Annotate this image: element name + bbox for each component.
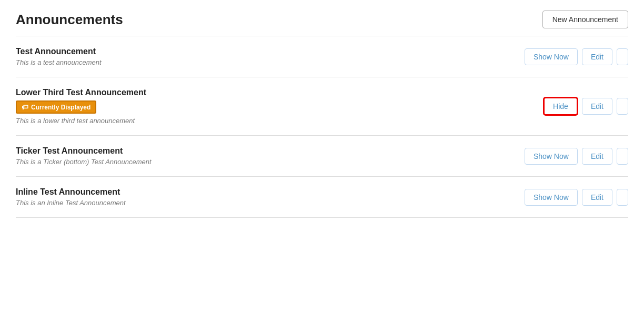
delete-button[interactable] bbox=[617, 189, 628, 206]
announcement-description: This is an Inline Test Announcement bbox=[16, 199, 525, 207]
announcement-description: This is a test announcement bbox=[16, 58, 525, 66]
announcement-name: Lower Third Test Announcement bbox=[16, 88, 544, 97]
badge-label: Currently Displayed bbox=[31, 104, 90, 111]
list-item: Test AnnouncementThis is a test announce… bbox=[16, 36, 628, 77]
announcement-info: Lower Third Test Announcement🏷Currently … bbox=[16, 88, 544, 125]
list-item: Ticker Test AnnouncementThis is a Ticker… bbox=[16, 136, 628, 177]
show-now-button[interactable]: Show Now bbox=[525, 48, 578, 65]
edit-button[interactable]: Edit bbox=[582, 189, 612, 206]
delete-button[interactable] bbox=[617, 148, 628, 165]
announcement-description: This is a lower third test announcement bbox=[16, 117, 544, 125]
page-header: Announcements New Announcement bbox=[16, 11, 628, 36]
announcement-name: Ticker Test Announcement bbox=[16, 146, 525, 156]
announcement-info: Test AnnouncementThis is a test announce… bbox=[16, 47, 525, 66]
announcement-actions: Show NowEdit bbox=[525, 48, 628, 65]
announcement-name: Test Announcement bbox=[16, 47, 525, 56]
hide-button[interactable]: Hide bbox=[544, 97, 578, 115]
announcement-description: This is a Ticker (bottom) Test Announcem… bbox=[16, 158, 525, 166]
announcement-info: Ticker Test AnnouncementThis is a Ticker… bbox=[16, 146, 525, 166]
delete-button[interactable] bbox=[617, 48, 628, 65]
list-item: Inline Test AnnouncementThis is an Inlin… bbox=[16, 177, 628, 218]
announcement-name: Inline Test Announcement bbox=[16, 187, 525, 197]
badge-icon: 🏷 bbox=[22, 103, 28, 111]
new-announcement-button[interactable]: New Announcement bbox=[542, 11, 628, 28]
announcement-actions: Show NowEdit bbox=[525, 148, 628, 165]
announcement-list: Test AnnouncementThis is a test announce… bbox=[16, 36, 628, 218]
show-now-button[interactable]: Show Now bbox=[525, 189, 578, 206]
announcement-actions: Show NowEdit bbox=[525, 189, 628, 206]
announcement-actions: HideEdit bbox=[544, 97, 628, 115]
page-title: Announcements bbox=[16, 12, 123, 28]
delete-button[interactable] bbox=[617, 98, 628, 115]
show-now-button[interactable]: Show Now bbox=[525, 148, 578, 165]
edit-button[interactable]: Edit bbox=[582, 98, 612, 115]
edit-button[interactable]: Edit bbox=[582, 48, 612, 65]
list-item: Lower Third Test Announcement🏷Currently … bbox=[16, 77, 628, 136]
edit-button[interactable]: Edit bbox=[582, 148, 612, 165]
announcements-page: Announcements New Announcement Test Anno… bbox=[0, 0, 644, 322]
currently-displayed-badge: 🏷Currently Displayed bbox=[16, 100, 96, 114]
announcement-info: Inline Test AnnouncementThis is an Inlin… bbox=[16, 187, 525, 207]
